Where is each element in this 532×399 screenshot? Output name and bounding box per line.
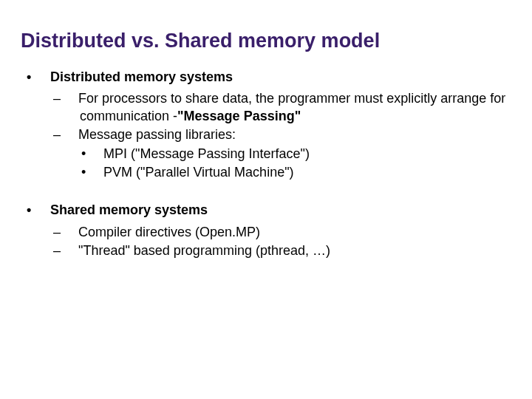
slide-title: Distributed vs. Shared memory model [21, 30, 511, 52]
block-shared: •Shared memory systems –Compiler directi… [21, 202, 511, 259]
subsub-mpi: •MPI ("Message Passing Interface") [93, 146, 511, 163]
bullet-text: Distributed memory systems [50, 69, 233, 84]
bullet-icon: • [40, 69, 50, 86]
slide-body: •Distributed memory systems –For process… [21, 69, 511, 260]
subpoint-text: For processors to share data, the progra… [78, 91, 505, 123]
subsub-text: MPI ("Message Passing Interface") [103, 146, 310, 161]
subsub-pvm: •PVM ("Parallel Virtual Machine") [93, 164, 511, 181]
subpoint-text: Message passing libraries: [78, 127, 236, 142]
bullet-icon: • [93, 146, 103, 163]
subpoint-text: "Thread" based programming (pthread, …) [78, 243, 330, 258]
bullet-icon: • [93, 164, 103, 181]
subpoint-share-data: –For processors to share data, the progr… [66, 90, 511, 125]
dash-icon: – [66, 224, 78, 241]
dash-icon: – [66, 242, 78, 259]
dash-icon: – [66, 90, 78, 107]
bullet-shared: •Shared memory systems [40, 202, 511, 219]
subpoint-text-bold: "Message Passing" [177, 109, 301, 123]
bullet-distributed: •Distributed memory systems [40, 69, 511, 86]
dash-icon: – [66, 126, 78, 143]
bullet-text: Shared memory systems [50, 202, 208, 217]
subpoint-thread: –"Thread" based programming (pthread, …) [66, 242, 511, 259]
subsub-text: PVM ("Parallel Virtual Machine") [103, 165, 294, 180]
slide: Distributed vs. Shared memory model •Dis… [0, 0, 532, 399]
subpoint-openmp: –Compiler directives (Open.MP) [66, 224, 511, 241]
bullet-icon: • [40, 202, 50, 219]
subpoint-libraries: –Message passing libraries: [66, 126, 511, 143]
subpoint-text: Compiler directives (Open.MP) [78, 225, 260, 239]
